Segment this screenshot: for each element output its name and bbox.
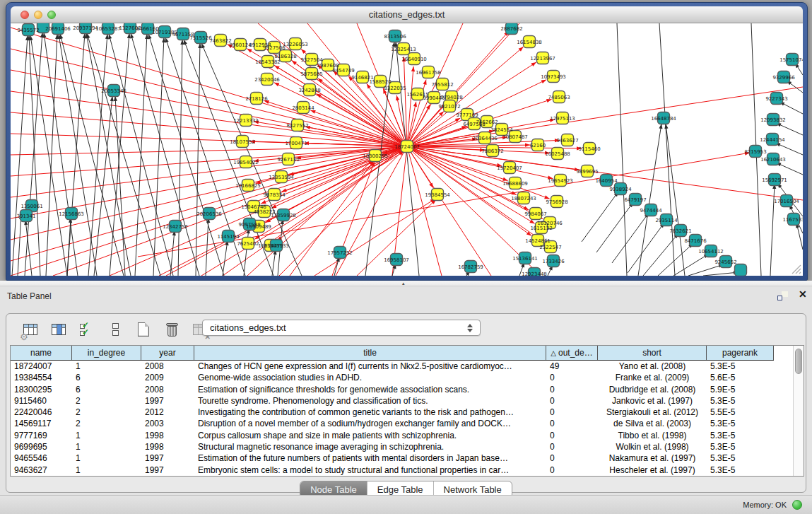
table-row[interactable]: 1938455462009Genome-wide association stu… [11,372,793,383]
delete-trash-icon[interactable] [163,321,181,339]
svg-text:14524861: 14524861 [525,238,551,244]
svg-text:9329966: 9329966 [772,75,795,81]
svg-text:12353594: 12353594 [269,175,294,180]
svg-text:19166825: 19166825 [235,183,261,189]
svg-text:8960124: 8960124 [229,42,252,48]
window-title: citations_edges.txt [11,9,803,20]
table-row[interactable]: 1456911722003Disruption of a novel membe… [11,418,793,429]
table-cell: 1997 [141,465,194,476]
table-settings-icon[interactable]: ⚙ [22,321,40,339]
close-panel-icon[interactable]: ✕ [799,288,807,300]
column-header-pagerank[interactable]: pagerank [707,346,774,360]
svg-text:9463627: 9463627 [556,138,578,144]
table-cell: 18300295 [11,384,72,395]
table-cell: 2009 [141,372,194,383]
table-cell: Wolkin et al. (1998) [598,441,707,452]
divider-grabber-icon[interactable]: ▴ [402,281,405,286]
column-checklist-icon[interactable]: ✓ ✓ [78,321,96,339]
svg-text:15751074: 15751074 [779,57,803,63]
svg-text:7886372: 7886372 [481,148,503,154]
column-header-name[interactable]: name [11,346,72,360]
column-header-title[interactable]: title [194,346,546,360]
svg-text:1640954: 1640954 [595,178,618,184]
new-document-icon[interactable] [135,321,153,339]
svg-text:12444154: 12444154 [760,137,785,143]
memory-status-indicator[interactable] [792,500,802,510]
memory-status-label: Memory: OK [743,501,787,509]
table-panel: Table Panel ✕ ⚙ ✓ ✓ ✕ [0,286,812,495]
table-cell: 5.6E-5 [707,372,774,383]
table-cell: 5.3E-5 [707,395,774,407]
table-scrollbar-thumb[interactable] [795,349,802,374]
svg-text:9821072: 9821072 [438,104,460,110]
table-row[interactable]: 1872400712008Changes of HCN gene express… [11,361,793,372]
svg-text:12213333: 12213333 [233,118,259,124]
table-cell: 9777169 [11,430,72,441]
column-header-out_de[interactable]: △out_de… [546,346,598,360]
table-cell: 2003 [141,418,194,429]
svg-text:18107552: 18107552 [230,139,255,145]
svg-text:17016504: 17016504 [774,199,799,204]
table-cell: 1997 [141,452,194,464]
svg-text:1588520: 1588520 [369,79,391,85]
svg-text:9227343: 9227343 [765,96,787,102]
table-cell: 0 [546,441,598,452]
table-row[interactable]: 969969511998Structural magnetic resonanc… [11,441,793,452]
network-canvas[interactable]: 1872400789129549327506185433822342004627… [11,23,803,276]
table-cell: 9465546 [11,452,72,464]
svg-text:9756928: 9756928 [546,199,567,205]
svg-text:3824554: 3824554 [490,127,513,133]
network-view-window[interactable]: citations_edges.txt 18724007891295493275… [6,2,808,281]
table-cell: 1 [72,430,141,441]
resize-grip-icon[interactable] [792,264,801,274]
table-source-value: citations_edges.txt [210,322,286,333]
svg-text:5875685: 5875685 [300,71,322,77]
table-source-dropdown[interactable]: citations_edges.txt [202,320,481,336]
panel-divider[interactable]: ▴ [0,281,812,286]
svg-text:18543382: 18543382 [255,59,281,65]
svg-text:20364436: 20364436 [472,136,498,141]
table-cell: 2 [72,395,141,407]
rows-icon[interactable] [107,321,124,339]
float-panel-icon[interactable] [777,291,789,301]
svg-text:19384554: 19384554 [425,192,450,198]
window-titlebar[interactable]: citations_edges.txt [11,6,803,23]
table-cell: 6 [72,384,141,395]
svg-text:10654112: 10654112 [698,249,724,255]
svg-text:7463822: 7463822 [209,38,231,44]
table-column-icon[interactable] [50,321,68,339]
table-cell: 1998 [141,441,194,452]
table-body: 1872400712008Changes of HCN gene express… [11,361,793,476]
svg-text:8322035: 8322035 [384,86,406,91]
svg-text:10653287: 10653287 [95,26,121,32]
svg-text:12156863: 12156863 [59,211,84,217]
table-cell: 0 [546,452,598,464]
table-row[interactable]: 977716911998Corpus callosum shape and si… [11,430,793,441]
table-row[interactable]: 946554611997Estimation of the future num… [11,452,793,464]
svg-text:16154838: 16154838 [517,40,542,45]
table-cell: 1 [72,361,141,372]
table-row[interactable]: 911546021997Tourette syndrome. Phenomeno… [11,395,793,407]
table-row[interactable]: 946362711997Embryonic stem cells: a mode… [11,465,793,476]
table-cell: 2012 [141,407,194,418]
svg-text:19854022: 19854022 [233,160,259,165]
table-cell: de Silva et al. (2003) [598,418,707,429]
svg-text:391341: 391341 [17,214,36,219]
svg-text:16782759: 16782759 [458,264,483,270]
table-row[interactable]: 1830029562008Estimation of significance … [11,384,793,395]
svg-text:9938924: 9938924 [609,187,632,192]
column-header-label: name [30,348,52,358]
table-cell: 1 [72,452,141,464]
table-row[interactable]: 2242004622012Investigating the contribut… [11,407,793,418]
column-header-short[interactable]: short [598,346,707,360]
table-cell: 5.3E-5 [707,430,774,441]
table-cell: 5.3E-5 [707,441,774,452]
svg-text:9474444: 9474444 [640,208,662,214]
svg-text:9267130: 9267130 [277,157,299,163]
column-header-year[interactable]: year [141,346,194,360]
table-scrollbar[interactable] [793,346,804,476]
table-cell: Estimation of significance thresholds fo… [194,384,546,395]
column-header-in_degree[interactable]: in_degree [72,346,141,360]
svg-text:9097588: 9097588 [238,222,260,228]
svg-text:20206536: 20206536 [196,211,222,217]
